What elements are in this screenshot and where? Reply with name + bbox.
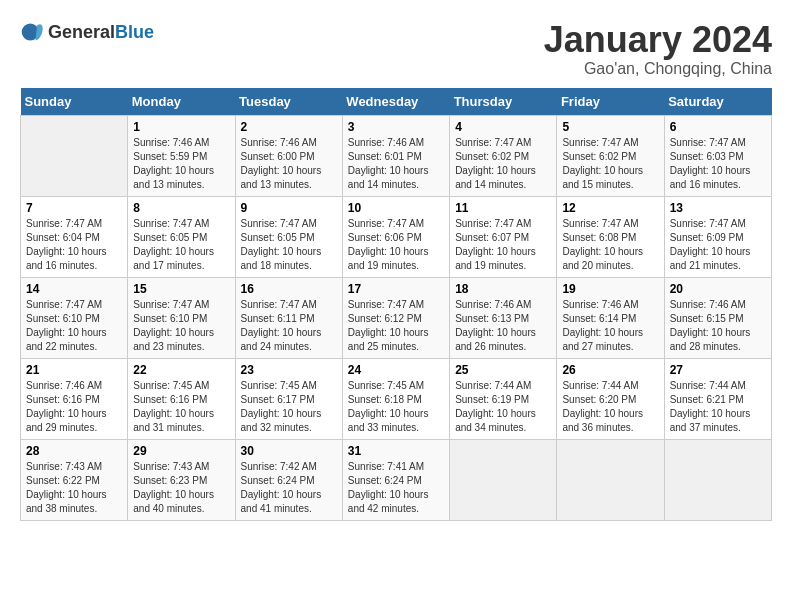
day-number: 2 <box>241 120 337 134</box>
day-cell: 14Sunrise: 7:47 AMSunset: 6:10 PMDayligh… <box>21 277 128 358</box>
day-info: Sunrise: 7:47 AMSunset: 6:04 PMDaylight:… <box>26 217 122 273</box>
day-cell <box>664 439 771 520</box>
day-info: Sunrise: 7:46 AMSunset: 6:14 PMDaylight:… <box>562 298 658 354</box>
day-number: 20 <box>670 282 766 296</box>
day-cell: 6Sunrise: 7:47 AMSunset: 6:03 PMDaylight… <box>664 115 771 196</box>
day-info: Sunrise: 7:47 AMSunset: 6:10 PMDaylight:… <box>133 298 229 354</box>
day-cell: 11Sunrise: 7:47 AMSunset: 6:07 PMDayligh… <box>450 196 557 277</box>
day-number: 19 <box>562 282 658 296</box>
calendar-table: SundayMondayTuesdayWednesdayThursdayFrid… <box>20 88 772 521</box>
day-info: Sunrise: 7:41 AMSunset: 6:24 PMDaylight:… <box>348 460 444 516</box>
day-cell: 24Sunrise: 7:45 AMSunset: 6:18 PMDayligh… <box>342 358 449 439</box>
week-row-5: 28Sunrise: 7:43 AMSunset: 6:22 PMDayligh… <box>21 439 772 520</box>
day-cell: 18Sunrise: 7:46 AMSunset: 6:13 PMDayligh… <box>450 277 557 358</box>
day-cell <box>557 439 664 520</box>
day-info: Sunrise: 7:46 AMSunset: 6:16 PMDaylight:… <box>26 379 122 435</box>
week-row-4: 21Sunrise: 7:46 AMSunset: 6:16 PMDayligh… <box>21 358 772 439</box>
day-cell: 28Sunrise: 7:43 AMSunset: 6:22 PMDayligh… <box>21 439 128 520</box>
day-number: 25 <box>455 363 551 377</box>
day-info: Sunrise: 7:47 AMSunset: 6:11 PMDaylight:… <box>241 298 337 354</box>
day-cell: 20Sunrise: 7:46 AMSunset: 6:15 PMDayligh… <box>664 277 771 358</box>
day-number: 17 <box>348 282 444 296</box>
day-number: 28 <box>26 444 122 458</box>
day-cell: 31Sunrise: 7:41 AMSunset: 6:24 PMDayligh… <box>342 439 449 520</box>
day-number: 26 <box>562 363 658 377</box>
column-header-sunday: Sunday <box>21 88 128 116</box>
day-info: Sunrise: 7:47 AMSunset: 6:08 PMDaylight:… <box>562 217 658 273</box>
day-info: Sunrise: 7:47 AMSunset: 6:05 PMDaylight:… <box>133 217 229 273</box>
day-info: Sunrise: 7:46 AMSunset: 6:13 PMDaylight:… <box>455 298 551 354</box>
day-info: Sunrise: 7:45 AMSunset: 6:18 PMDaylight:… <box>348 379 444 435</box>
day-cell: 21Sunrise: 7:46 AMSunset: 6:16 PMDayligh… <box>21 358 128 439</box>
day-info: Sunrise: 7:47 AMSunset: 6:07 PMDaylight:… <box>455 217 551 273</box>
day-info: Sunrise: 7:43 AMSunset: 6:23 PMDaylight:… <box>133 460 229 516</box>
day-number: 11 <box>455 201 551 215</box>
day-cell: 17Sunrise: 7:47 AMSunset: 6:12 PMDayligh… <box>342 277 449 358</box>
day-number: 3 <box>348 120 444 134</box>
day-number: 18 <box>455 282 551 296</box>
day-number: 4 <box>455 120 551 134</box>
day-info: Sunrise: 7:47 AMSunset: 6:12 PMDaylight:… <box>348 298 444 354</box>
day-cell: 9Sunrise: 7:47 AMSunset: 6:05 PMDaylight… <box>235 196 342 277</box>
day-number: 7 <box>26 201 122 215</box>
day-cell <box>21 115 128 196</box>
day-number: 29 <box>133 444 229 458</box>
day-number: 13 <box>670 201 766 215</box>
column-header-thursday: Thursday <box>450 88 557 116</box>
day-number: 23 <box>241 363 337 377</box>
day-cell: 27Sunrise: 7:44 AMSunset: 6:21 PMDayligh… <box>664 358 771 439</box>
day-info: Sunrise: 7:47 AMSunset: 6:06 PMDaylight:… <box>348 217 444 273</box>
day-info: Sunrise: 7:43 AMSunset: 6:22 PMDaylight:… <box>26 460 122 516</box>
day-number: 27 <box>670 363 766 377</box>
day-number: 1 <box>133 120 229 134</box>
day-cell <box>450 439 557 520</box>
logo-text-general: General <box>48 22 115 42</box>
day-cell: 22Sunrise: 7:45 AMSunset: 6:16 PMDayligh… <box>128 358 235 439</box>
column-header-saturday: Saturday <box>664 88 771 116</box>
day-info: Sunrise: 7:47 AMSunset: 6:02 PMDaylight:… <box>562 136 658 192</box>
day-cell: 10Sunrise: 7:47 AMSunset: 6:06 PMDayligh… <box>342 196 449 277</box>
day-cell: 3Sunrise: 7:46 AMSunset: 6:01 PMDaylight… <box>342 115 449 196</box>
day-info: Sunrise: 7:47 AMSunset: 6:09 PMDaylight:… <box>670 217 766 273</box>
day-info: Sunrise: 7:45 AMSunset: 6:17 PMDaylight:… <box>241 379 337 435</box>
day-number: 9 <box>241 201 337 215</box>
column-header-friday: Friday <box>557 88 664 116</box>
day-number: 12 <box>562 201 658 215</box>
day-cell: 29Sunrise: 7:43 AMSunset: 6:23 PMDayligh… <box>128 439 235 520</box>
month-title: January 2024 <box>544 20 772 60</box>
day-cell: 23Sunrise: 7:45 AMSunset: 6:17 PMDayligh… <box>235 358 342 439</box>
day-cell: 15Sunrise: 7:47 AMSunset: 6:10 PMDayligh… <box>128 277 235 358</box>
day-info: Sunrise: 7:46 AMSunset: 6:01 PMDaylight:… <box>348 136 444 192</box>
calendar-header-row: SundayMondayTuesdayWednesdayThursdayFrid… <box>21 88 772 116</box>
day-info: Sunrise: 7:46 AMSunset: 5:59 PMDaylight:… <box>133 136 229 192</box>
day-number: 22 <box>133 363 229 377</box>
day-cell: 26Sunrise: 7:44 AMSunset: 6:20 PMDayligh… <box>557 358 664 439</box>
week-row-1: 1Sunrise: 7:46 AMSunset: 5:59 PMDaylight… <box>21 115 772 196</box>
logo-text-blue: Blue <box>115 22 154 42</box>
day-info: Sunrise: 7:46 AMSunset: 6:00 PMDaylight:… <box>241 136 337 192</box>
day-cell: 16Sunrise: 7:47 AMSunset: 6:11 PMDayligh… <box>235 277 342 358</box>
day-info: Sunrise: 7:44 AMSunset: 6:20 PMDaylight:… <box>562 379 658 435</box>
day-number: 14 <box>26 282 122 296</box>
day-number: 31 <box>348 444 444 458</box>
day-cell: 1Sunrise: 7:46 AMSunset: 5:59 PMDaylight… <box>128 115 235 196</box>
day-cell: 12Sunrise: 7:47 AMSunset: 6:08 PMDayligh… <box>557 196 664 277</box>
logo-icon <box>20 20 44 44</box>
page-header: GeneralBlue January 2024 Gao'an, Chongqi… <box>20 20 772 78</box>
column-header-tuesday: Tuesday <box>235 88 342 116</box>
day-info: Sunrise: 7:47 AMSunset: 6:05 PMDaylight:… <box>241 217 337 273</box>
day-cell: 19Sunrise: 7:46 AMSunset: 6:14 PMDayligh… <box>557 277 664 358</box>
day-number: 24 <box>348 363 444 377</box>
day-cell: 13Sunrise: 7:47 AMSunset: 6:09 PMDayligh… <box>664 196 771 277</box>
day-number: 8 <box>133 201 229 215</box>
day-cell: 8Sunrise: 7:47 AMSunset: 6:05 PMDaylight… <box>128 196 235 277</box>
day-number: 6 <box>670 120 766 134</box>
day-number: 15 <box>133 282 229 296</box>
day-number: 30 <box>241 444 337 458</box>
day-info: Sunrise: 7:44 AMSunset: 6:21 PMDaylight:… <box>670 379 766 435</box>
day-cell: 5Sunrise: 7:47 AMSunset: 6:02 PMDaylight… <box>557 115 664 196</box>
day-info: Sunrise: 7:45 AMSunset: 6:16 PMDaylight:… <box>133 379 229 435</box>
logo: GeneralBlue <box>20 20 154 44</box>
day-cell: 30Sunrise: 7:42 AMSunset: 6:24 PMDayligh… <box>235 439 342 520</box>
location-title: Gao'an, Chongqing, China <box>544 60 772 78</box>
